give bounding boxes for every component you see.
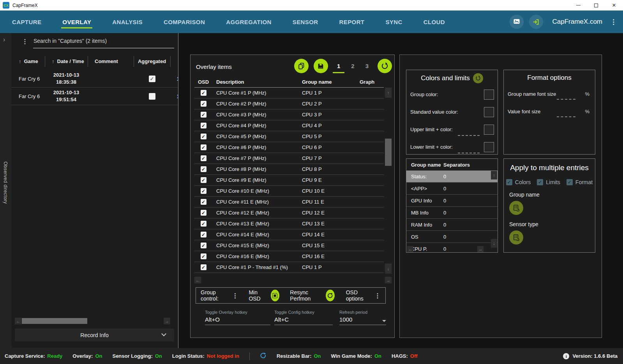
hscroll-thumb[interactable] <box>22 318 87 324</box>
tab-sensor[interactable]: SENSOR <box>282 11 329 33</box>
color-swatch[interactable] <box>484 125 494 135</box>
tab-aggregation[interactable]: AGGREGATION <box>215 11 282 33</box>
tab-cloud[interactable]: CLOUD <box>413 11 455 33</box>
col-aggregated[interactable]: Aggregated <box>134 56 170 67</box>
group-row[interactable]: Status:0 <box>406 171 498 183</box>
overlay-item-row[interactable]: ✓CPU Core #10 E (MHz)CPU 10 E <box>194 186 384 197</box>
osd-checkbox[interactable]: ✓ <box>201 199 206 205</box>
tab-report[interactable]: REPORT <box>329 11 375 33</box>
osd-checkbox[interactable]: ✓ <box>201 210 206 216</box>
config-tab-2[interactable]: 2 <box>349 60 356 72</box>
color-value-input[interactable] <box>458 135 480 136</box>
captures-menu-button[interactable]: ⋮ <box>22 38 28 45</box>
scroll-left-icon[interactable]: ← <box>407 246 413 252</box>
scroll-left-icon[interactable]: ← <box>194 277 201 283</box>
item-group-name[interactable]: CPU 4 P <box>302 123 360 128</box>
resync-perfmon-button[interactable] <box>326 290 335 301</box>
group-row[interactable]: <APP>0 <box>406 183 498 195</box>
osd-checkbox[interactable]: ✓ <box>201 123 206 128</box>
apply-checkbox[interactable]: ✓ <box>506 179 512 185</box>
aggregated-checkbox[interactable]: ✓ <box>149 76 155 82</box>
panel-splitter[interactable] <box>178 33 178 348</box>
tab-capture[interactable]: CAPTURE <box>2 11 52 33</box>
maximize-button[interactable] <box>587 0 605 11</box>
col-extra[interactable] <box>170 56 178 67</box>
aggregated-checkbox[interactable]: ✓ <box>149 93 155 100</box>
tab-overlay[interactable]: OVERLAY <box>52 11 102 33</box>
capture-row[interactable]: Far Cry 62021-10-1318:35:38✓1 <box>12 70 178 88</box>
group-row[interactable]: MB Info0 <box>406 207 498 219</box>
color-swatch[interactable] <box>484 90 494 100</box>
osd-checkbox[interactable]: ✓ <box>201 101 206 107</box>
item-group-name[interactable]: CPU 12 E <box>302 210 360 216</box>
hotkey-input[interactable]: Alt+O <box>205 316 270 323</box>
item-group-name[interactable]: CPU 10 E <box>302 188 360 194</box>
osd-checkbox[interactable]: ✓ <box>201 90 206 96</box>
format-value-input[interactable] <box>557 116 575 117</box>
item-group-name[interactable]: CPU 13 E <box>302 221 360 227</box>
apply-check-format[interactable]: ✓Format <box>567 179 593 185</box>
config-tab-1[interactable]: 1 <box>335 60 342 72</box>
hotkey-input[interactable]: 1000 <box>339 316 386 323</box>
scroll-right-icon[interactable]: → <box>164 318 170 324</box>
item-group-name[interactable]: CPU 9 E <box>302 177 360 183</box>
scroll-right-icon[interactable]: → <box>385 277 392 283</box>
color-swatch[interactable] <box>484 107 494 117</box>
osd-checkbox[interactable]: ✓ <box>201 155 206 161</box>
scroll-up-icon[interactable]: ↑ <box>385 88 392 98</box>
osd-checkbox[interactable]: ✓ <box>201 243 206 248</box>
close-button[interactable]: ✕ <box>605 0 623 11</box>
col-comment[interactable]: Comment <box>88 56 134 67</box>
login-button[interactable] <box>529 15 543 29</box>
search-input[interactable]: Search in "Captures" (2 items) <box>34 38 107 44</box>
brand-link[interactable]: CapFrameX.com <box>552 18 602 26</box>
overlay-item-row[interactable]: ✓CPU Core #13 E (MHz)CPU 13 E <box>194 218 384 229</box>
scroll-right-icon[interactable]: → <box>477 246 484 252</box>
item-group-name[interactable]: CPU 6 P <box>302 144 360 150</box>
vscroll-thumb[interactable] <box>385 139 392 166</box>
osd-checkbox[interactable]: ✓ <box>201 232 206 237</box>
scroll-left-icon[interactable]: ← <box>15 318 21 324</box>
config-tab-3[interactable]: 3 <box>364 60 370 72</box>
item-group-name[interactable]: CPU 1 P <box>302 264 360 270</box>
overlay-item-row[interactable]: ✓CPU Core #8 P (MHz)CPU 8 P <box>194 164 384 175</box>
group-control-menu-button[interactable]: ⋮ <box>232 292 238 299</box>
capture-row[interactable]: Far Cry 62021-10-1319:51:54✓1 <box>12 88 178 105</box>
overlay-item-row[interactable]: ✓CPU Core #14 E (MHz)CPU 14 E <box>194 229 384 240</box>
osd-checkbox[interactable]: ✓ <box>201 144 206 150</box>
tab-comparison[interactable]: COMPARISON <box>153 11 215 33</box>
osd-checkbox[interactable]: ✓ <box>201 221 206 227</box>
expand-directory-chevron-icon[interactable]: › <box>3 36 5 43</box>
apply-check-colors[interactable]: ✓Colors <box>506 179 531 185</box>
group-row[interactable]: GPU Info0 <box>406 195 498 207</box>
overlay-item-row[interactable]: ✓CPU Core #12 E (MHz)CPU 12 E <box>194 207 384 218</box>
osd-checkbox[interactable]: ✓ <box>201 188 206 194</box>
overlay-item-row[interactable]: ✓CPU Core #7 P (MHz)CPU 7 P <box>194 153 384 164</box>
navbar-menu-button[interactable]: ⋮ <box>610 19 617 25</box>
overlay-item-row[interactable]: ✓CPU Core #1 P (MHz)CPU 1 P <box>194 88 384 98</box>
overlay-item-row[interactable]: ✓CPU Core #16 E (MHz)CPU 16 E <box>194 251 384 262</box>
osd-checkbox[interactable]: ✓ <box>201 166 206 172</box>
col-date-time[interactable]: ↑Date / Time <box>45 56 88 67</box>
format-value-input[interactable] <box>557 99 575 100</box>
item-group-name[interactable]: CPU 5 P <box>302 134 360 139</box>
item-group-name[interactable]: CPU 8 P <box>302 166 360 172</box>
overlay-item-row[interactable]: ✓CPU Core #2 P (MHz)CPU 2 P <box>194 98 384 109</box>
reset-colors-button[interactable] <box>473 73 483 83</box>
screenshot-button[interactable] <box>510 15 524 29</box>
item-group-name[interactable]: CPU 11 E <box>302 199 360 205</box>
osd-checkbox[interactable]: ✓ <box>201 264 206 270</box>
item-group-name[interactable]: CPU 7 P <box>302 155 360 161</box>
item-group-name[interactable]: CPU 3 P <box>302 112 360 118</box>
tab-analysis[interactable]: ANALYSIS <box>102 11 153 33</box>
osd-checkbox[interactable]: ✓ <box>201 177 206 183</box>
scroll-up-icon[interactable]: ↑ <box>491 171 497 179</box>
item-group-name[interactable]: CPU 15 E <box>302 243 360 248</box>
group-row[interactable]: RAM Info0 <box>406 219 498 231</box>
apply-checkbox[interactable]: ✓ <box>567 179 573 185</box>
tab-sync[interactable]: SYNC <box>375 11 413 33</box>
copy-config-button[interactable] <box>294 59 309 73</box>
overlay-item-row[interactable]: ✓CPU Core #6 P (MHz)CPU 6 P <box>194 142 384 153</box>
osd-checkbox[interactable]: ✓ <box>201 112 206 118</box>
overlay-item-row[interactable]: ✓CPU Core #11 E (MHz)CPU 11 E <box>194 197 384 207</box>
